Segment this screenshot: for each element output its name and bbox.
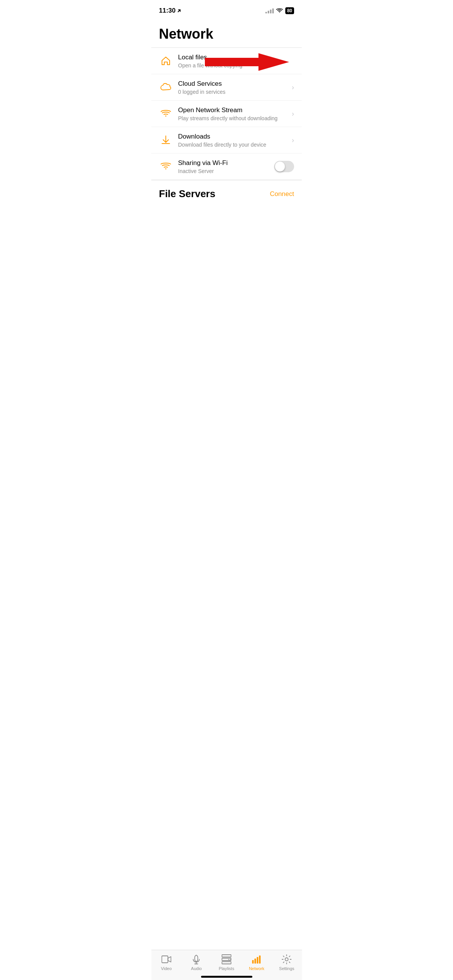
- downloads-text: Downloads Download files directly to you…: [178, 132, 292, 148]
- download-icon: [159, 133, 173, 147]
- location-icon: [177, 8, 182, 13]
- page-title: Network: [151, 19, 302, 47]
- sharing-wifi-text: Sharing via Wi-Fi Inactive Server: [178, 159, 274, 174]
- chevron-icon: ›: [292, 83, 294, 91]
- sharing-wifi-title: Sharing via Wi-Fi: [178, 159, 274, 167]
- home-icon: [159, 54, 173, 68]
- network-stream-item[interactable]: Open Network Stream Play streams directl…: [151, 101, 302, 127]
- downloads-title: Downloads: [178, 132, 292, 141]
- local-files-item[interactable]: Local files Open a file without copying: [151, 48, 302, 74]
- local-files-subtitle: Open a file without copying: [178, 62, 294, 69]
- signal-icon: [265, 8, 274, 13]
- status-bar: 11:30 80: [151, 0, 302, 19]
- network-stream-text: Open Network Stream Play streams directl…: [178, 106, 292, 121]
- sharing-toggle[interactable]: [274, 161, 294, 172]
- cloud-icon: [159, 80, 173, 94]
- status-time: 11:30: [159, 7, 182, 15]
- network-stream-subtitle: Play streams directly without downloadin…: [178, 115, 292, 121]
- network-stream-icon: [159, 107, 173, 121]
- network-stream-title: Open Network Stream: [178, 106, 292, 114]
- status-icons: 80: [265, 7, 294, 14]
- local-files-title: Local files: [178, 53, 294, 62]
- file-servers-header: File Servers Connect: [151, 180, 302, 204]
- connect-button[interactable]: Connect: [270, 190, 294, 198]
- chevron-icon: ›: [292, 110, 294, 118]
- file-servers-title: File Servers: [159, 188, 215, 200]
- wifi-share-icon: [159, 160, 173, 173]
- cloud-services-subtitle: 0 logged in services: [178, 89, 292, 95]
- wifi-status-icon: [276, 8, 283, 13]
- cloud-services-title: Cloud Services: [178, 80, 292, 88]
- cloud-services-text: Cloud Services 0 logged in services: [178, 80, 292, 95]
- chevron-icon: ›: [292, 136, 294, 144]
- sharing-wifi-subtitle: Inactive Server: [178, 168, 274, 174]
- menu-list: Local files Open a file without copying …: [151, 48, 302, 250]
- toggle-knob: [275, 162, 285, 172]
- downloads-subtitle: Download files directly to your device: [178, 142, 292, 148]
- sharing-wifi-item[interactable]: Sharing via Wi-Fi Inactive Server: [151, 154, 302, 180]
- cloud-services-item[interactable]: Cloud Services 0 logged in services ›: [151, 74, 302, 101]
- downloads-item[interactable]: Downloads Download files directly to you…: [151, 127, 302, 154]
- local-files-text: Local files Open a file without copying: [178, 53, 294, 69]
- battery-icon: 80: [285, 7, 294, 14]
